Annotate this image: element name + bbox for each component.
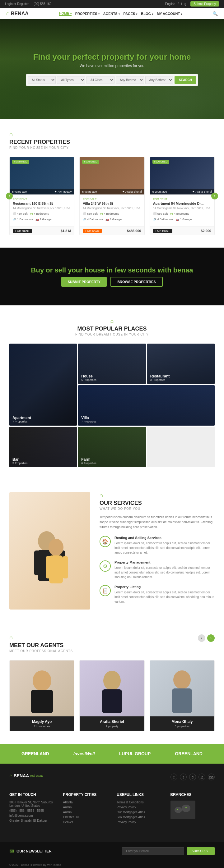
listing-icon: 📋 <box>100 585 111 596</box>
footer-city-link[interactable]: Atlanta <box>63 801 108 804</box>
cta-buttons: SUBMIT PROPERTY BROWSE PROPERTIES <box>9 277 215 287</box>
hero-accent: property <box>102 52 134 62</box>
property-years: 5 years ago <box>12 190 27 193</box>
footer-useful-link[interactable]: Terms & Conditions <box>117 801 161 804</box>
place-count: 5 Properties <box>81 378 96 381</box>
place-item-apartment[interactable]: Apartment 7 Properties <box>9 344 77 426</box>
place-item-house[interactable]: House 5 Properties <box>78 344 146 384</box>
place-count: 7 Properties <box>12 420 31 423</box>
footer-city-link[interactable]: Chester Hill <box>63 815 108 819</box>
svg-rect-13 <box>172 688 192 713</box>
place-name: Restaurant <box>150 374 170 378</box>
footer-twitter-icon[interactable]: t <box>180 774 187 780</box>
city-select[interactable]: All Cities <box>86 76 114 84</box>
bedrooms-select[interactable]: Any Bedrooms <box>116 76 144 84</box>
footer-rss-icon[interactable]: rss <box>208 774 215 780</box>
place-item-restaurant[interactable]: Restaurant 3 Properties <box>147 344 215 384</box>
agents-carousel-nav: ‹ › <box>198 634 215 642</box>
agent-avatar <box>93 663 131 713</box>
agent-card[interactable]: Magdy Ayo 11 properties <box>9 660 74 731</box>
footer-useful-link[interactable]: Silo Mortgages Atlas <box>117 815 161 819</box>
google-icon[interactable]: g+ <box>185 2 188 6</box>
agent-image <box>10 660 74 716</box>
nav-home[interactable]: HOME ▾ <box>59 11 72 16</box>
nav-blog[interactable]: BLOG ▾ <box>141 12 153 16</box>
place-item-villa[interactable]: Villa 7 Properties <box>78 385 215 426</box>
cta-title: Buy or sell your house in few seconds wi… <box>9 266 215 274</box>
footer-city-link[interactable]: Austin <box>63 810 108 814</box>
footer-phone: (555) - 555 - 5555 - 5555 <box>9 809 54 812</box>
service-description: Lorem ipsum dolor sit, consectetur adipi… <box>114 590 215 604</box>
renting-icon: 🏠 <box>100 536 111 547</box>
agents-prev-button[interactable]: ‹ <box>198 634 205 642</box>
status-select[interactable]: All Status <box>28 76 56 84</box>
footer-city-link[interactable]: Austin <box>63 806 108 809</box>
footer-linkedin-icon[interactable]: in <box>198 774 205 780</box>
agent-footer: Arafia Sherief 1 property <box>80 716 144 731</box>
carousel-prev-button[interactable]: ‹ <box>6 193 13 199</box>
nav-pages[interactable]: PAGES ▾ <box>123 12 138 16</box>
property-price: $2,000 <box>201 229 211 233</box>
nav-account[interactable]: MY ACCOUNT ▾ <box>157 12 182 16</box>
services-roof-icon: ⌂ <box>100 492 215 499</box>
popular-places-title: MOST POPULAR PLACES <box>9 326 215 332</box>
place-count: 3 Properties <box>150 378 170 381</box>
property-stats: ⬜550 Sqft 🛏4 Bedrooms 🚿4 Bathrooms 🚗1 Ga… <box>83 212 141 221</box>
footer-useful-link[interactable]: Privacy Policy <box>117 806 161 809</box>
newsletter-subscribe-button[interactable]: SUBSCRIBE <box>187 847 215 855</box>
newsletter-email-input[interactable] <box>122 847 184 855</box>
agent-name-overlay: ✦ Ayr Megaly <box>54 190 72 193</box>
nav-agents[interactable]: AGENTS ▾ <box>103 12 120 16</box>
map-icon <box>172 802 194 818</box>
agents-header: ⌂ MEET OUR AGENTS MEET OUR PROFESSIONAL … <box>9 634 215 653</box>
footer-city-link[interactable]: Denver <box>63 820 108 824</box>
browse-properties-cta-button[interactable]: BROWSE PROPERTIES <box>110 277 162 287</box>
nav-properties[interactable]: PROPERTIES ▾ <box>75 12 100 16</box>
bedrooms-stat: 🛏4 Bedrooms <box>170 212 189 215</box>
place-item-bar[interactable]: Bar 5 Properties <box>9 427 77 467</box>
footer-branches: BRANCHES <box>170 793 215 826</box>
carousel-next-button[interactable]: › <box>211 193 218 199</box>
hero-content: Find your perfect property for your home… <box>17 52 207 86</box>
svg-rect-2 <box>34 551 40 575</box>
agents-next-button[interactable]: › <box>207 634 215 642</box>
footer-useful-link[interactable]: Our Mortgages Atlas <box>117 810 161 814</box>
agent-footer: Mona Ghaly 3 properties <box>150 716 214 731</box>
agent-name: Mona Ghaly <box>153 719 211 724</box>
twitter-icon[interactable]: t <box>181 2 182 6</box>
agent-card[interactable]: Arafia Sherief 1 property <box>79 660 144 731</box>
submit-property-button[interactable]: Submit Property <box>190 1 219 6</box>
svg-rect-11 <box>102 689 122 713</box>
footer-logo[interactable]: ⌂ BENAA real estate <box>9 773 43 778</box>
agents-roof-icon: ⌂ <box>9 634 73 641</box>
property-meta-overlay: 5 years ago ✦ Aralfa Sheraf <box>150 189 214 194</box>
agent-card[interactable]: Mona Ghaly 3 properties <box>150 660 215 731</box>
type-select[interactable]: All Types <box>57 76 85 84</box>
bathrooms-stat: 🚿4 Bathrooms <box>83 218 103 221</box>
property-footer: FOR RENT $2,000 <box>150 226 214 235</box>
footer-google-icon[interactable]: g <box>189 774 196 780</box>
popular-places-header: ⌂ MOST POPULAR PLACES FIND YOUR DREAM HO… <box>9 318 215 336</box>
bathrooms-select[interactable]: Any Bathrooms <box>145 76 173 84</box>
property-card[interactable]: FEATURED 5 years ago ✦ Ayr Megaly FOR RE… <box>9 157 74 235</box>
search-button[interactable]: SEARCH <box>174 76 196 84</box>
services-section: ⌂ OUR SERVICES WHAT WE DO FOR YOU Tempor… <box>0 480 224 622</box>
footer-address: 300 Hanover St, North Suburbs London, Un… <box>9 801 54 807</box>
world-map <box>170 801 195 819</box>
svg-rect-7 <box>63 556 68 579</box>
property-title: Restaurant 160 E 85th St <box>13 202 71 205</box>
property-card[interactable]: FEATURED 5 years ago ✦ Aralfa Sheraf FOR… <box>79 157 144 235</box>
agent-name: Magdy Ayo <box>13 719 71 724</box>
login-register-link[interactable]: Login or Register <box>5 2 29 6</box>
language-selector[interactable]: English <box>165 2 175 6</box>
logo[interactable]: ⌂ BENAA <box>6 10 29 17</box>
place-item-farm[interactable]: Farm 6 Properties <box>78 427 146 467</box>
footer-facebook-icon[interactable]: f <box>170 774 177 780</box>
facebook-icon[interactable]: f <box>178 2 178 6</box>
search-icon[interactable]: 🔍 <box>213 11 218 16</box>
submit-property-cta-button[interactable]: SUBMIT PROPERTY <box>61 277 107 287</box>
footer-useful-link[interactable]: Privacy Policy <box>117 820 161 824</box>
services-people-illustration <box>16 523 84 610</box>
property-card[interactable]: FEATURED 5 years ago ✦ Aralfa Sheraf FOR… <box>150 157 215 235</box>
property-status: FOR SALE <box>83 229 102 233</box>
